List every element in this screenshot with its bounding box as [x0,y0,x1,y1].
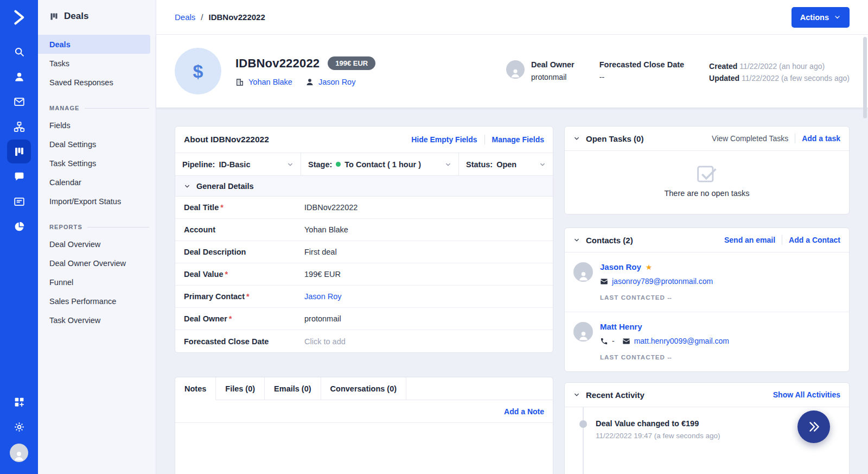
field-value: Click to add [304,337,346,346]
apps-grid-icon[interactable] [7,390,31,414]
scrollbar-thumb[interactable] [863,37,867,118]
person-icon [510,68,521,79]
contact-phone: - [612,337,615,345]
field-row[interactable]: Deal Owner* protonmail [175,308,553,330]
field-value: 199€ EUR [304,270,341,279]
chat-icon[interactable] [7,165,31,188]
forecast-block: Forecasted Close Date -- [599,60,684,81]
sidebar-item[interactable]: Sales Performance [38,292,150,311]
note-editor-area[interactable] [175,422,553,474]
mail-icon [600,277,608,286]
timeline-dot [579,420,587,428]
recent-activity-title: Recent Activity [586,390,644,400]
deal-primary-contact-link[interactable]: Jason Roy [305,78,356,86]
about-title: About IDBNov222022 [184,135,269,144]
tab[interactable]: Emails (0) [265,377,321,400]
sitemap-icon[interactable] [7,115,31,138]
chevron-down-icon [445,161,451,168]
send-email-link[interactable]: Send an email [724,236,775,244]
sidebar-manage-nav: Fields Deal Settings Task Settings Calen… [38,116,156,211]
chevron-down-icon[interactable] [573,135,580,142]
chevron-down-icon[interactable] [573,391,580,398]
notes-panel: Notes Files (0) Emails (0) Conversations… [175,377,553,474]
divider [795,134,795,143]
tab[interactable]: Notes [175,377,216,400]
field-row[interactable]: Forecasted Close Date Click to add [175,330,553,352]
tab[interactable]: Files (0) [216,377,265,400]
pie-chart-icon[interactable] [7,214,31,238]
hide-empty-fields-link[interactable]: Hide Empty Fields [411,135,477,144]
breadcrumb-deals-link[interactable]: Deals [175,12,195,22]
tab[interactable]: Conversations (0) [321,377,406,400]
stage-dropdown[interactable]: Stage: To Contact ( 1 hour ) [301,153,459,175]
person-icon[interactable] [7,65,31,89]
add-task-link[interactable]: Add a task [802,134,840,143]
address-card-icon[interactable] [7,189,31,213]
icon-rail [0,0,38,474]
field-row[interactable]: Deal Value* 199€ EUR [175,263,553,286]
required-asterisk: * [246,292,250,301]
sidebar-item[interactable]: Deal Overview [38,235,150,254]
contact-name-link[interactable]: Jason Roy [600,262,641,271]
deal-account-link[interactable]: Yohan Blake [235,78,292,86]
pipeline-dropdown[interactable]: Pipeline: ID-Basic [175,153,301,175]
collapse-panel-button[interactable] [797,410,830,443]
general-details-fields: Deal Title* IDBNov222022 Account Yohan B… [175,197,553,352]
sidebar-primary-nav: Deals Tasks Saved Responses [38,35,156,92]
sidebar-item[interactable]: Task Settings [38,154,150,173]
person-icon [578,270,589,282]
sidebar-item[interactable]: Deal Settings [38,135,150,154]
sidebar-heading-reports: REPORTS [49,224,149,230]
contact-row: Matt Henry - [565,312,849,371]
manage-fields-link[interactable]: Manage Fields [492,135,544,144]
field-row[interactable]: Deal Title* IDBNov222022 [175,197,553,219]
sidebar-item[interactable]: Task Overview [38,311,150,330]
mail-icon[interactable] [7,90,31,113]
sidebar-item[interactable]: Deals [38,35,150,54]
owner-avatar [506,60,525,79]
brand-logo-icon[interactable] [10,9,28,26]
forecast-label: Forecasted Close Date [599,60,684,69]
field-row[interactable]: Deal Description First deal [175,241,553,263]
chevron-down-icon[interactable] [573,237,580,243]
timeline-line [583,407,584,474]
sidebar-item[interactable]: Saved Responses [38,73,150,92]
add-note-link[interactable]: Add a Note [504,407,544,416]
gear-icon[interactable] [7,415,31,439]
divider [484,135,485,144]
sidebar-item[interactable]: Funnel [38,273,150,292]
field-value: protonmail [304,314,341,323]
about-panel: About IDBNov222022 Hide Empty Fields Man… [175,126,553,353]
search-icon[interactable] [7,40,31,64]
status-dropdown[interactable]: Status: Open [459,153,553,175]
open-tasks-title: Open Tasks (0) [586,134,643,143]
show-all-activities-link[interactable]: Show All Activities [773,390,840,399]
star-icon: ★ [646,263,653,271]
sidebar-item[interactable]: Import/Export Status [38,192,150,211]
kanban-icon[interactable] [7,140,31,163]
field-row[interactable]: Account Yohan Blake [175,219,553,241]
tab-strip: Notes Files (0) Emails (0) Conversations… [175,377,553,400]
actions-button[interactable]: Actions [792,7,850,28]
sidebar-item[interactable]: Tasks [38,54,150,73]
contact-email-link[interactable]: jasonroy789@protonmail.com [612,277,713,286]
double-chevron-right-icon [807,420,821,434]
contact-email-link[interactable]: matt.henry0099@gmail.com [634,337,729,345]
sidebar-item[interactable]: Fields [38,116,150,135]
sidebar-item[interactable]: Deal Owner Overview [38,254,150,273]
contact-name-link[interactable]: Matt Henry [600,322,642,331]
user-avatar[interactable] [10,444,28,462]
sidebar-item[interactable]: Calendar [38,173,150,192]
field-row[interactable]: Primary Contact* Jason Roy [175,286,553,308]
deal-avatar: $ [175,48,221,94]
left-column: About IDBNov222022 Hide Empty Fields Man… [175,126,553,474]
deal-title: IDBNov222022 [235,56,320,71]
view-completed-tasks-link[interactable]: View Completed Tasks [712,134,788,143]
add-contact-link[interactable]: Add a Contact [789,236,840,244]
general-details-toggle[interactable]: General Details [175,176,553,197]
stage-status-dot [336,162,341,167]
deal-meta: Deal Owner protonmail Forecasted Close D… [506,58,850,84]
empty-tasks-message: There are no open tasks [664,189,749,198]
deal-owner-label: Deal Owner [531,60,575,69]
person-icon [305,78,314,86]
